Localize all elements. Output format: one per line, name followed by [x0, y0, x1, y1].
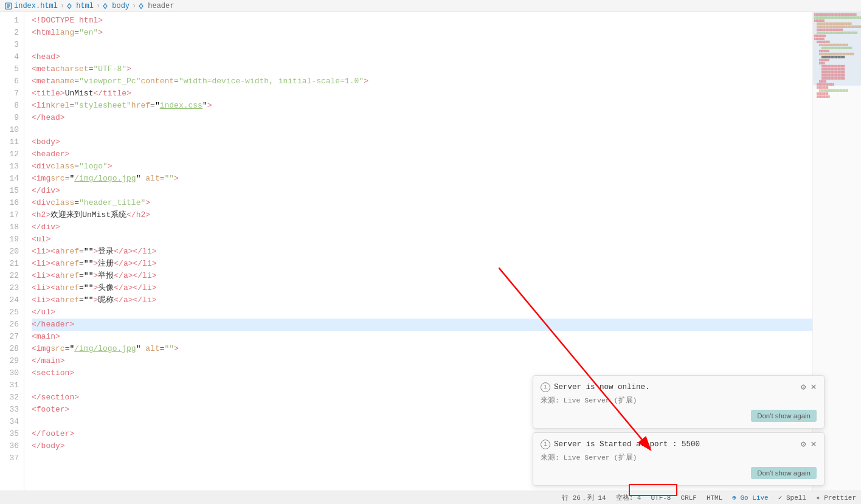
- line-number-13: 13: [5, 161, 19, 173]
- line-number-2: 2: [5, 27, 19, 39]
- notif-1-close-icon[interactable]: ✕: [811, 382, 817, 392]
- notifications-container: i Server is now online. ⚙ ✕ 来源: Live Ser…: [533, 375, 825, 486]
- line-number-6: 6: [5, 75, 19, 88]
- line-number-14: 14: [5, 173, 19, 185]
- code-line-19: <ul>: [32, 233, 812, 246]
- code-line-17: <h2>欢迎来到UnMist系统</h2>: [32, 209, 812, 221]
- status-spell[interactable]: ✓ Spell: [778, 494, 806, 502]
- breadcrumb-file[interactable]: index.html: [5, 2, 58, 10]
- code-line-25: </ul>: [32, 306, 812, 319]
- notif-2-dont-show-btn[interactable]: Don't show again: [751, 467, 817, 479]
- notif-2-gear-icon[interactable]: ⚙: [801, 439, 806, 449]
- code-line-15: </div>: [32, 185, 812, 197]
- code-line-4: <head>: [32, 51, 812, 63]
- line-number-23: 23: [5, 282, 19, 294]
- notif-1-actions: ⚙ ✕: [801, 382, 817, 392]
- line-number-3: 3: [5, 39, 19, 51]
- line-number-26: 26: [5, 319, 19, 331]
- breadcrumb-sep-3: ›: [132, 2, 136, 10]
- line-number-11: 11: [5, 136, 19, 148]
- code-line-27: <main>: [32, 331, 812, 343]
- line-number-28: 28: [5, 343, 19, 355]
- breadcrumb-header[interactable]: header: [139, 2, 174, 10]
- code-line-7: <title>UnMist</title>: [32, 88, 812, 100]
- code-line-22: <li><a href="">举报</a></li>: [32, 270, 812, 282]
- status-bar: 行 26，列 14 空格: 4 UTF-8 CRLF HTML ⊕ Go Liv…: [0, 491, 861, 504]
- line-number-12: 12: [5, 148, 19, 161]
- line-number-29: 29: [5, 355, 19, 367]
- line-number-4: 4: [5, 51, 19, 63]
- code-line-21: <li><a href="">注册</a></li>: [32, 258, 812, 270]
- line-number-9: 9: [5, 112, 19, 124]
- line-number-8: 8: [5, 100, 19, 112]
- line-number-37: 37: [5, 452, 19, 464]
- notif-2-actions: ⚙ ✕: [801, 439, 817, 449]
- code-line-13: <div class="logo">: [32, 161, 812, 173]
- breadcrumb: index.html › html › body › header: [0, 0, 861, 12]
- notif-1-gear-icon[interactable]: ⚙: [801, 382, 806, 392]
- line-number-35: 35: [5, 428, 19, 440]
- code-line-20: <li><a href="">登录</a></li>: [32, 246, 812, 258]
- line-number-22: 22: [5, 270, 19, 282]
- line-number-19: 19: [5, 233, 19, 246]
- code-line-26: </header>: [32, 319, 812, 331]
- line-number-21: 21: [5, 258, 19, 270]
- notification-2: i Server is Started at port : 5500 ⚙ ✕ 来…: [533, 432, 825, 486]
- line-numbers: 1234567891011121314151617181920212223242…: [0, 12, 24, 491]
- line-number-16: 16: [5, 197, 19, 209]
- code-line-24: <li><a href="">昵称</a></li>: [32, 294, 812, 306]
- notif-2-source: 来源: Live Server (扩展): [541, 453, 817, 462]
- notif-1-header: i Server is now online. ⚙ ✕: [541, 382, 817, 392]
- code-line-11: <body>: [32, 136, 812, 148]
- notif-1-source: 来源: Live Server (扩展): [541, 396, 817, 405]
- line-number-31: 31: [5, 379, 19, 392]
- line-number-32: 32: [5, 392, 19, 404]
- breadcrumb-html[interactable]: html: [67, 2, 94, 10]
- code-line-1: <!DOCTYPE html>: [32, 15, 812, 27]
- line-number-5: 5: [5, 63, 19, 75]
- status-prettier[interactable]: ✦ Prettier: [816, 494, 856, 502]
- code-line-18: </div>: [32, 221, 812, 233]
- code-line-29: </main>: [32, 355, 812, 367]
- notif-2-info-icon: i: [541, 440, 550, 449]
- status-golive[interactable]: ⊕ Go Live: [732, 494, 768, 502]
- line-number-7: 7: [5, 88, 19, 100]
- breadcrumb-sep-1: ›: [60, 2, 64, 10]
- notif-2-close-icon[interactable]: ✕: [811, 440, 817, 449]
- notification-1: i Server is now online. ⚙ ✕ 来源: Live Ser…: [533, 375, 825, 429]
- code-line-8: <link rel="stylesheet" href="index.css">: [32, 100, 812, 112]
- code-line-5: <meta charset="UTF-8">: [32, 63, 812, 75]
- line-number-20: 20: [5, 246, 19, 258]
- line-number-15: 15: [5, 185, 19, 197]
- status-line-col: 行 26，列 14: [562, 493, 606, 502]
- notif-2-title: i Server is Started at port : 5500: [541, 440, 700, 449]
- notif-1-dont-show-btn[interactable]: Don't show again: [751, 410, 817, 422]
- line-number-34: 34: [5, 416, 19, 428]
- code-line-3: [32, 39, 812, 51]
- line-number-10: 10: [5, 124, 19, 136]
- breadcrumb-sep-2: ›: [96, 2, 100, 10]
- line-number-18: 18: [5, 221, 19, 233]
- code-line-2: <html lang="en">: [32, 27, 812, 39]
- line-number-33: 33: [5, 404, 19, 416]
- status-encoding: UTF-8: [651, 494, 671, 502]
- line-number-36: 36: [5, 440, 19, 452]
- status-line-ending: CRLF: [680, 494, 696, 502]
- notif-2-header: i Server is Started at port : 5500 ⚙ ✕: [541, 439, 817, 449]
- line-number-30: 30: [5, 367, 19, 379]
- notif-1-info-icon: i: [541, 382, 550, 392]
- line-number-17: 17: [5, 209, 19, 221]
- status-spaces: 空格: 4: [616, 493, 641, 502]
- breadcrumb-body[interactable]: body: [103, 2, 130, 10]
- code-line-28: <img src="/img/logo.jpg" alt="">: [32, 343, 812, 355]
- line-number-27: 27: [5, 331, 19, 343]
- code-line-14: <img src="/img/logo.jpg" alt="">: [32, 173, 812, 185]
- status-language: HTML: [707, 494, 722, 502]
- line-number-25: 25: [5, 306, 19, 319]
- notif-1-title: i Server is now online.: [541, 382, 650, 392]
- code-line-9: </head>: [32, 112, 812, 124]
- line-number-24: 24: [5, 294, 19, 306]
- code-line-12: <header>: [32, 148, 812, 161]
- code-line-6: <meta name="viewport_Pc" content="width=…: [32, 75, 812, 88]
- line-number-1: 1: [5, 15, 19, 27]
